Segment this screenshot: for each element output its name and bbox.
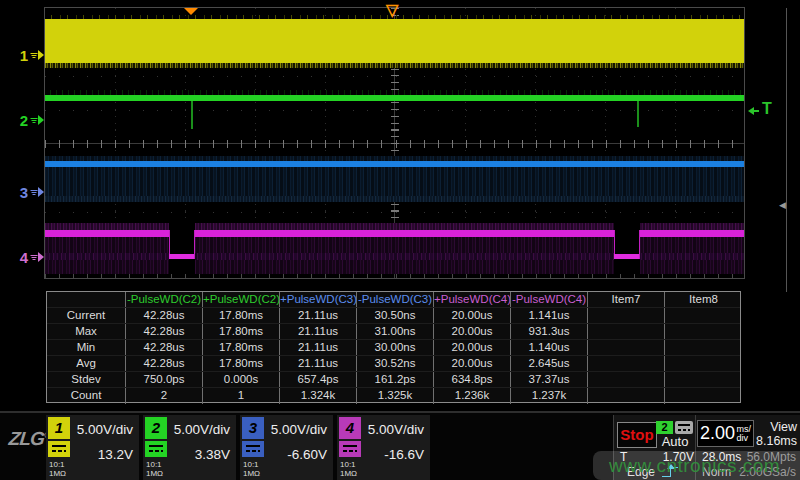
measurement-column-header[interactable]: -PulseWD(C4): [511, 292, 588, 307]
run-stop-button[interactable]: Stop: [617, 422, 657, 448]
timebase-button[interactable]: 2.00 ms/div: [697, 420, 754, 447]
channel4-pulse: [614, 223, 640, 274]
measurement-value: [665, 356, 742, 371]
measurement-value: 2: [126, 388, 203, 404]
trigger-mode-label[interactable]: Auto: [656, 434, 694, 449]
channel-scale-value[interactable]: 5.00V/div: [271, 422, 327, 437]
measurement-value: 30.52ns: [357, 356, 434, 371]
channel-4-button[interactable]: 4: [339, 417, 361, 439]
measurement-value: [665, 308, 742, 323]
channel-probe-info: 10:11MΩ: [49, 460, 66, 478]
right-arrow-icon: [38, 187, 44, 197]
measurement-row: Min42.28us17.80ms21.11us30.00ns20.00us1.…: [47, 340, 740, 356]
channel-2-button[interactable]: 2: [145, 417, 167, 439]
delay-reference-marker-icon[interactable]: ▽: [386, 0, 398, 19]
channel-4-panel: 410:11MΩ5.00V/div-16.6V: [337, 415, 430, 480]
measurement-value: 30.50ns: [357, 308, 434, 323]
measurement-value: 20.00us: [434, 308, 511, 323]
measurement-row: Max42.28us17.80ms21.11us31.00ns20.00us93…: [47, 324, 740, 340]
measurement-column-header[interactable]: -PulseWD(C2): [126, 292, 203, 307]
channel-1-coupling-icon[interactable]: [48, 441, 70, 457]
right-arrow-icon: [38, 115, 44, 125]
channel-probe-info: 10:11MΩ: [340, 460, 357, 478]
measurement-value: [588, 308, 665, 323]
channel3-trace-noise: [45, 196, 744, 202]
channel-offset-value: 13.2V: [98, 447, 133, 462]
measurement-value: 30.00ns: [357, 340, 434, 355]
measurement-value: 657.4ps: [280, 372, 357, 387]
view-label: View: [770, 420, 797, 434]
measurement-column-header[interactable]: -PulseWD(C3): [357, 292, 434, 307]
channel2-glitch: [637, 101, 639, 127]
measurement-corner-cell: [47, 292, 126, 307]
channel-3-button[interactable]: 3: [242, 417, 264, 439]
channel2-trace: [45, 95, 744, 101]
ground-icon: [30, 52, 37, 59]
measurement-value: [588, 340, 665, 355]
measurement-row: Avg42.28us17.80ms21.11us30.52ns20.00us2.…: [47, 356, 740, 372]
channel3-reference-label[interactable]: 3: [10, 184, 44, 200]
measurement-value: [665, 388, 742, 404]
measurement-value: 21.11us: [280, 340, 357, 355]
channel1-trace: [45, 19, 744, 63]
channel-offset-value: 3.38V: [195, 447, 230, 462]
channel-scale-value[interactable]: 5.00V/div: [368, 422, 424, 437]
right-arrow-icon: [38, 50, 44, 60]
side-panel-divider: [786, 8, 787, 292]
channel2-reference-label[interactable]: 2: [10, 112, 44, 128]
measurement-row-label: Min: [47, 340, 126, 355]
measurement-value: 37.37us: [511, 372, 588, 387]
measurement-column-header[interactable]: Item7: [588, 292, 665, 307]
measurement-row: Stdev750.0ps0.000s657.4ps161.2ps634.8ps3…: [47, 372, 740, 388]
measurement-value: 31.00ns: [357, 324, 434, 339]
measurement-value: 42.28us: [126, 356, 203, 371]
measurement-value: 20.00us: [434, 356, 511, 371]
measurement-column-header[interactable]: +PulseWD(C4): [434, 292, 511, 307]
measurement-value: [588, 324, 665, 339]
measurement-column-header[interactable]: Item8: [665, 292, 742, 307]
channel-4-coupling-icon[interactable]: [339, 441, 361, 457]
measurement-value: 1: [203, 388, 280, 404]
side-panel-collapse-icon[interactable]: ◀: [779, 200, 786, 210]
trigger-coupling-icon[interactable]: [675, 421, 693, 434]
measurement-row-label: Count: [47, 388, 126, 404]
channel-probe-info: 10:11MΩ: [146, 460, 163, 478]
measurement-value: 20.00us: [434, 340, 511, 355]
zlg-logo: ZLG®: [8, 428, 51, 450]
ground-icon: [30, 254, 37, 261]
left-arrow-icon: [753, 110, 759, 112]
channel1-reference-label[interactable]: 1: [10, 47, 44, 63]
measurement-value: 17.80ms: [203, 356, 280, 371]
measurement-value: 931.3us: [511, 324, 588, 339]
measurement-value: 750.0ps: [126, 372, 203, 387]
channel3-trace: [45, 161, 744, 167]
measurement-value: 1.236k: [434, 388, 511, 404]
measurement-row-label: Avg: [47, 356, 126, 371]
measurement-value: 21.11us: [280, 308, 357, 323]
measurement-value: 634.8ps: [434, 372, 511, 387]
channel-1-button[interactable]: 1: [48, 417, 70, 439]
channel-offset-value: -16.6V: [384, 447, 424, 462]
measurement-value: [665, 372, 742, 387]
measurement-value: 0.000s: [203, 372, 280, 387]
measurement-value: 1.237k: [511, 388, 588, 404]
channel-scale-value[interactable]: 5.00V/div: [174, 422, 230, 437]
measurement-row-label: Stdev: [47, 372, 126, 387]
channel-2-coupling-icon[interactable]: [145, 441, 167, 457]
channel-scale-value[interactable]: 5.00V/div: [77, 422, 133, 437]
measurement-value: 20.00us: [434, 324, 511, 339]
channel-3-coupling-icon[interactable]: [242, 441, 264, 457]
measurement-value: 21.11us: [280, 356, 357, 371]
channel4-reference-label[interactable]: 4: [10, 249, 44, 265]
trigger-source-badge[interactable]: 2: [656, 421, 673, 434]
channel-2-panel: 210:11MΩ5.00V/div3.38V: [143, 415, 236, 480]
measurement-column-header[interactable]: +PulseWD(C3): [280, 292, 357, 307]
measurement-column-header[interactable]: +PulseWD(C2): [203, 292, 280, 307]
measurement-value: [588, 372, 665, 387]
measurement-table: -PulseWD(C2)+PulseWD(C2)+PulseWD(C3)-Pul…: [46, 291, 741, 403]
measurement-value: [665, 340, 742, 355]
channel1-trace-noise: [45, 63, 744, 68]
trigger-position-marker-icon[interactable]: [184, 8, 198, 15]
waveform-grid: [44, 7, 745, 279]
measurement-value: [665, 324, 742, 339]
